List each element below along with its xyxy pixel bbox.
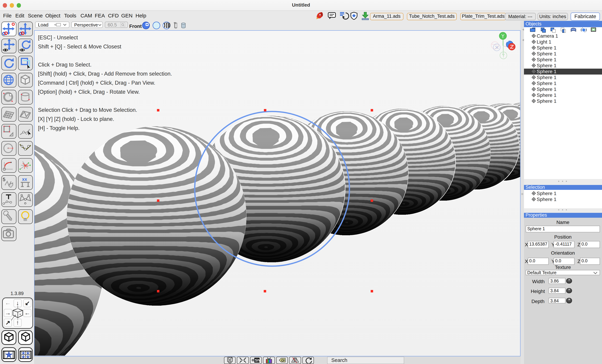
svg-text:xx: xx	[22, 176, 27, 182]
svg-text:Sh: Sh	[255, 358, 259, 363]
svg-text:5: 5	[3, 177, 6, 182]
